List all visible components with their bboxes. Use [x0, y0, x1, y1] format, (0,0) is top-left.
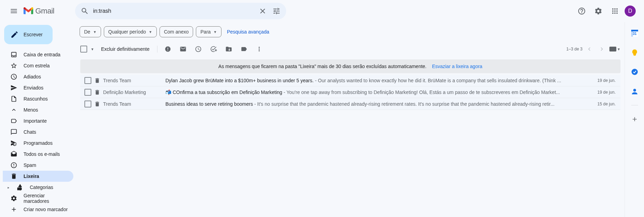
sidebar-item-scheduled[interactable]: Programados	[3, 138, 73, 149]
chip-anytime[interactable]: Qualquer período▼	[104, 26, 157, 37]
sidebar-item-categories[interactable]: ▸Categorias	[3, 182, 73, 193]
row-checkbox[interactable]	[84, 77, 91, 84]
clock-icon	[195, 46, 202, 53]
report-spam-button[interactable]	[161, 42, 175, 56]
row-checkbox[interactable]	[84, 101, 91, 107]
move-to-button[interactable]	[222, 42, 236, 56]
sidebar-label: Gerenciar marcadores	[24, 193, 69, 204]
tune-icon	[272, 7, 281, 15]
select-dropdown[interactable]: ▼	[89, 47, 96, 51]
chevron-right-icon	[598, 46, 605, 53]
banner-text: As mensagens que ficarem na pasta "Lixei…	[218, 64, 426, 69]
svg-rect-4	[634, 55, 636, 56]
sidebar-label: Programados	[24, 140, 53, 146]
row-date: 19 de jun.	[590, 90, 618, 95]
caret-down-icon: ▼	[214, 30, 217, 34]
trash-icon	[94, 89, 100, 95]
search-button[interactable]	[78, 4, 92, 18]
add-task-button[interactable]	[207, 42, 220, 56]
settings-button[interactable]	[591, 4, 605, 18]
compose-label: Escrever	[24, 32, 43, 37]
clear-search-button[interactable]	[256, 4, 270, 18]
sidebar-label: Enviados	[24, 85, 44, 91]
sidebar-item-settings[interactable]: Gerenciar marcadores	[3, 193, 73, 204]
message-row[interactable]: Trends TeamBusiness ideas to serve retir…	[80, 98, 620, 110]
next-page-button[interactable]	[596, 44, 607, 55]
svg-point-5	[632, 69, 638, 75]
calendar-app[interactable]: 31	[628, 26, 642, 40]
row-subject: Business ideas to serve retiring boomers	[165, 101, 253, 107]
sidebar-item-allmail[interactable]: Todos os e-mails	[3, 149, 73, 160]
more-button[interactable]	[252, 42, 266, 56]
sidebar-item-important[interactable]: Importante	[3, 115, 73, 126]
sidebar-label: Importante	[24, 118, 47, 124]
account-avatar[interactable]: D	[625, 6, 636, 17]
sidebar-item-clock[interactable]: Adiados	[3, 71, 73, 82]
settings-icon	[10, 195, 17, 202]
important-icon	[10, 117, 17, 124]
star-icon	[10, 62, 17, 69]
compose-button[interactable]: Escrever	[4, 25, 53, 44]
scheduled-icon	[10, 140, 17, 147]
sidebar-item-trash[interactable]: Lixeira	[3, 171, 73, 182]
search-input[interactable]	[92, 8, 256, 14]
row-snippet: You're one tap away from subscribing to …	[287, 89, 560, 95]
sidebar-label: Chats	[24, 129, 36, 135]
trash-icon	[94, 101, 100, 107]
sidebar-item-chat[interactable]: Chats	[3, 126, 73, 138]
tasks-app[interactable]	[628, 65, 642, 79]
sidebar-label: Categorias	[30, 185, 53, 190]
gmail-logo[interactable]: Gmail	[24, 4, 54, 18]
input-tools-button[interactable]: ▼	[609, 47, 620, 51]
caret-down-icon: ▼	[617, 47, 620, 51]
row-subject-line: Business ideas to serve retiring boomers…	[158, 101, 590, 107]
header: Gmail D	[0, 0, 644, 22]
tasks-icon	[631, 68, 638, 75]
svg-text:31: 31	[633, 32, 637, 36]
filter-chips: De▼ Qualquer período▼ Com anexo Para▼ Pe…	[76, 22, 625, 41]
row-sender: Trends Team	[103, 78, 158, 83]
sidebar-item-spam[interactable]: Spam	[3, 160, 73, 171]
sidebar-label: Todos os e-mails	[24, 151, 60, 157]
sidebar-item-send[interactable]: Enviados	[3, 82, 73, 93]
keep-icon	[631, 49, 638, 56]
contacts-app[interactable]	[628, 84, 642, 98]
advanced-search-link[interactable]: Pesquisa avançada	[227, 29, 269, 35]
chip-to[interactable]: Para▼	[196, 26, 221, 37]
apps-button[interactable]	[608, 4, 622, 18]
labels-button[interactable]	[237, 42, 251, 56]
less-icon	[10, 106, 17, 113]
sidebar-item-star[interactable]: Com estrela	[3, 60, 73, 71]
prev-page-button[interactable]	[584, 44, 595, 55]
sidebar-item-plus[interactable]: Criar novo marcador	[3, 204, 73, 215]
chip-from[interactable]: De▼	[80, 26, 101, 37]
empty-trash-link[interactable]: Esvaziar a lixeira agora	[432, 64, 482, 69]
main-menu-button[interactable]	[6, 3, 22, 19]
sidebar-label: Caixa de entrada	[24, 52, 61, 57]
keyboard-icon	[609, 47, 616, 51]
plus-icon	[631, 116, 638, 123]
message-row[interactable]: Definição Marketing📬 COnfirma a tua subs…	[80, 86, 620, 98]
row-checkbox[interactable]	[84, 89, 91, 96]
more-vert-icon	[256, 46, 263, 53]
mark-unread-button[interactable]	[176, 42, 190, 56]
get-addons-button[interactable]	[628, 112, 642, 126]
file-icon	[10, 95, 17, 102]
delete-forever-button[interactable]: Excluir definitivamente	[97, 46, 154, 52]
close-icon	[258, 7, 267, 15]
sidebar-item-file[interactable]: Rascunhos	[3, 93, 73, 104]
message-row[interactable]: Trends TeamDylan Jacob grew BrüMate into…	[80, 75, 620, 86]
chat-icon	[10, 129, 17, 135]
snooze-button[interactable]	[191, 42, 205, 56]
support-button[interactable]	[575, 4, 589, 18]
sidebar-item-less[interactable]: Menos	[3, 104, 73, 115]
keep-app[interactable]	[628, 46, 642, 59]
chip-attachment[interactable]: Com anexo	[160, 26, 193, 37]
spam-icon	[164, 46, 171, 53]
message-list: Trends TeamDylan Jacob grew BrüMate into…	[80, 75, 620, 110]
select-all-checkbox[interactable]	[80, 46, 87, 53]
row-snippet: Our analysts wanted to know exactly how …	[318, 78, 561, 83]
sidebar-item-inbox[interactable]: Caixa de entrada	[3, 49, 73, 60]
row-sender: Trends Team	[103, 101, 158, 107]
search-options-button[interactable]	[270, 4, 283, 18]
